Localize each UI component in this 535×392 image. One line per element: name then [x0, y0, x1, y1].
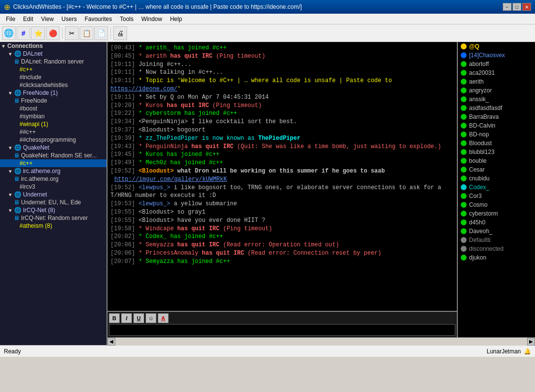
main-layout: ▼ Connections ▼ 🌐 DALnet 🖥 DALnet: Rando… [0, 42, 535, 345]
toolbar-print-btn[interactable]: 🖨 [113, 26, 127, 40]
user-item[interactable]: [14]Chaosvex [458, 51, 535, 60]
user-item[interactable]: blubbl123 [458, 148, 535, 156]
user-icon [460, 60, 468, 68]
tree-atheme-ircv3[interactable]: #ircv3 [0, 183, 107, 191]
user-item[interactable]: @Q [458, 42, 535, 51]
scroll-left-button[interactable]: ◀ [107, 338, 115, 346]
user-icon [460, 69, 468, 77]
tree-ircqnet[interactable]: ▼ 🌐 IrCQ-Net (8) [0, 206, 107, 214]
chat-line: [19:34] <PenguinNinja> I like cocktail s… [110, 118, 454, 126]
chat-input[interactable] [109, 324, 455, 336]
underline-button[interactable]: U [133, 313, 144, 323]
user-item-disconnected[interactable]: disconnected [458, 244, 535, 253]
status-right: LunarJetman 🔔 [487, 348, 531, 355]
tree-ircqnet-server[interactable]: 🖥 IrCQ-Net: Random server [0, 214, 107, 222]
user-icon [460, 131, 468, 138]
status-icon: 🔔 [524, 348, 531, 355]
chat-line: [19:11] * Set by Q on Mon Apr 7 04:45:31… [110, 93, 454, 102]
tree-dalnet-clicksandwhistles[interactable]: #clicksandwhistles [0, 81, 107, 89]
tree-ircqnet-atheism[interactable]: #atheism (8) [0, 222, 107, 230]
user-item[interactable]: cyberstorm [458, 209, 535, 218]
bold-button[interactable]: B [109, 313, 120, 323]
menu-tools[interactable]: Tools [116, 15, 137, 23]
tree-freenode-server[interactable]: 🖥 FreeNode [0, 97, 107, 105]
menu-users[interactable]: Users [58, 15, 81, 23]
user-item[interactable]: cnubidu [458, 174, 535, 183]
tree-freenode-boost[interactable]: #boost [0, 105, 107, 112]
menu-file[interactable]: File [2, 15, 19, 23]
tree-undernet[interactable]: ▼ 🌐 Undernet [0, 191, 107, 198]
user-item[interactable]: Codex_ [458, 183, 535, 192]
tree-dalnet-cpp[interactable]: #c++ [0, 65, 107, 73]
toolbar-copy-btn[interactable]: 📋 [80, 26, 93, 40]
chat-line: [19:55] <Bloodust> so gray1 [110, 208, 454, 217]
user-item[interactable]: anssik_ [458, 95, 535, 104]
user-item[interactable]: Cosmo [458, 200, 535, 209]
tree-freenode[interactable]: ▼ 🌐 FreeNode (1) [0, 89, 107, 97]
tree-atheme-server[interactable]: 🖥 irc.atheme.org [0, 175, 107, 183]
user-item[interactable]: d45h0 [458, 218, 535, 227]
user-icon [460, 236, 468, 244]
user-item[interactable]: Cesar [458, 165, 535, 174]
maximize-button[interactable]: □ [513, 3, 521, 11]
tree-quakenet[interactable]: ▼ 🌐 QuakeNet [0, 144, 107, 152]
user-icon [460, 201, 468, 209]
user-icon [460, 174, 468, 182]
toolbar-channel-btn[interactable]: # [17, 26, 30, 40]
toolbar-paste-btn[interactable]: 📄 [94, 26, 108, 40]
tree-freenode-hcpp[interactable]: ##c++ [0, 128, 107, 136]
tree-dalnet-server[interactable]: 🖥 DALnet: Random server [0, 58, 107, 65]
user-item[interactable]: djukon [458, 253, 535, 262]
menu-edit[interactable]: Edit [19, 15, 37, 23]
toolbar-red-btn[interactable]: 🔴 [46, 26, 60, 40]
close-button[interactable]: ✕ [522, 3, 531, 11]
user-item[interactable]: abortoff [458, 60, 535, 68]
chat-line: [19:11] Joining #c++... [110, 61, 454, 69]
minimize-button[interactable]: − [503, 3, 512, 11]
chat-line: [20:06] * Semyazza has quit IRC (Read er… [110, 241, 454, 249]
emoji-button[interactable]: ☺ [146, 313, 156, 323]
chat-line: [19:45] * Kuros has joined #c++ [110, 151, 454, 159]
user-item[interactable]: BarraBrava [458, 112, 535, 121]
chat-line: [20:06] * PrincessAnomaly has quit IRC (… [110, 249, 454, 258]
title-bar: ⊕ ClicksAndWhistles - [#c++ - Welcome to… [0, 0, 535, 14]
italic-button[interactable]: I [121, 313, 132, 323]
menu-view[interactable]: View [37, 15, 58, 23]
tree-undernet-server[interactable]: 🖥 Undernet: EU, NL, Ede [0, 198, 107, 206]
tree-freenode-winapi[interactable]: #winapi (1) [0, 120, 107, 128]
user-icon [460, 104, 468, 112]
user-icon [460, 166, 468, 174]
tree-quakenet-cpp[interactable]: #c++ [0, 159, 107, 167]
user-item[interactable]: Daveoh_ [458, 227, 535, 236]
color-button[interactable]: A [158, 313, 169, 323]
user-item[interactable]: Defaultti [458, 236, 535, 244]
menu-favourites[interactable]: Favourites [81, 15, 116, 23]
tree-connections-root[interactable]: ▼ Connections [0, 42, 107, 50]
user-item[interactable]: Cor3 [458, 192, 535, 200]
toolbar-fav-btn[interactable]: ⭐ [31, 26, 45, 40]
tree-dalnet-include[interactable]: #include [0, 73, 107, 81]
tree-quakenet-server[interactable]: 🖥 QuakeNet: Random SE ser... [0, 152, 107, 159]
user-item[interactable]: Bloodust [458, 139, 535, 148]
tree-freenode-chess[interactable]: ##chessprogramming [0, 136, 107, 144]
toolbar-connect-btn[interactable]: 🌐 [2, 26, 16, 40]
user-item[interactable]: asdfasdfasdf [458, 104, 535, 112]
scroll-right-button[interactable]: ▶ [527, 338, 535, 346]
status-ready: Ready [4, 348, 21, 355]
menu-help[interactable]: Help [166, 15, 186, 23]
user-item[interactable]: angryzor [458, 86, 535, 95]
menu-window[interactable]: Window [137, 15, 166, 23]
tree-freenode-symbian[interactable]: #symbian [0, 112, 107, 120]
user-item[interactable]: aerith [458, 77, 535, 86]
chat-messages[interactable]: [00:43] * aerith_ has joined #c++ [00:45… [107, 42, 457, 311]
user-item[interactable]: aca20031 [458, 68, 535, 77]
tree-atheme[interactable]: ▼ 🌐 irc.atheme.org [0, 167, 107, 175]
user-item[interactable]: BD-nop [458, 130, 535, 139]
tree-dalnet[interactable]: ▼ 🌐 DALnet [0, 50, 107, 58]
user-icon [460, 78, 468, 86]
user-icon [460, 183, 468, 191]
chat-line: [19:37] <Bloodust> bogosort [110, 126, 454, 134]
user-item[interactable]: BD-Calvin [458, 121, 535, 130]
toolbar-cut-btn[interactable]: ✂ [65, 26, 79, 40]
user-item[interactable]: bouble [458, 156, 535, 165]
